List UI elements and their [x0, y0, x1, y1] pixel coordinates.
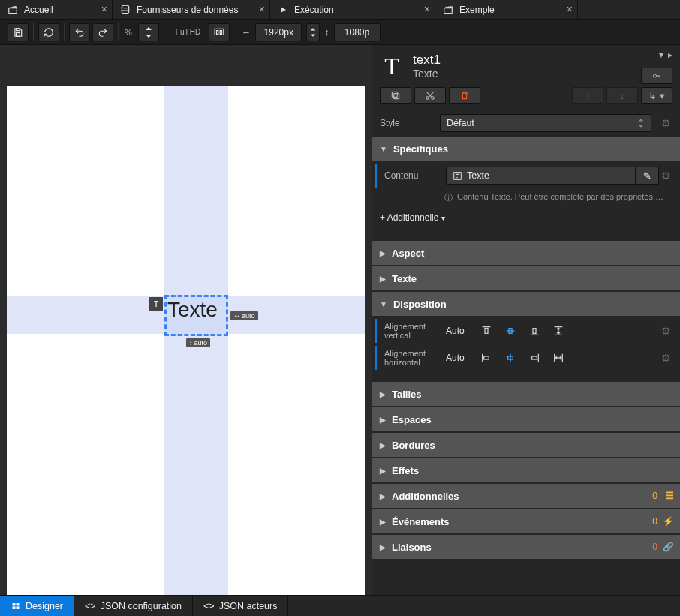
valign-bottom-icon[interactable]: [526, 323, 543, 338]
svg-rect-0: [9, 8, 17, 13]
toolbar: % Full HD ↔ ↕: [0, 20, 680, 45]
section-texte[interactable]: ▶Texte: [372, 266, 680, 290]
section-evenements[interactable]: ▶ Événements 0 ⚡: [372, 509, 680, 533]
section-count: 0: [652, 516, 657, 527]
svg-rect-20: [13, 606, 16, 609]
contenu-hint: ⓘ Contenu Texte. Peut être complété par …: [372, 189, 680, 206]
height-input[interactable]: [334, 23, 381, 41]
tab-label: Exécution: [294, 5, 334, 15]
footer-tab-json-config[interactable]: <> JSON configuration: [74, 596, 193, 616]
halign-right-icon[interactable]: [526, 350, 543, 365]
valign-stretch-icon[interactable]: [550, 323, 567, 338]
canvas-inner: T Texte ↔auto ↕auto: [7, 86, 365, 595]
width-input[interactable]: [255, 23, 302, 41]
redo-button[interactable]: [92, 23, 113, 41]
svg-rect-19: [17, 603, 20, 606]
tab-execution[interactable]: Exécution ×: [270, 0, 435, 19]
svg-point-1: [122, 5, 128, 8]
panel-menu-icon[interactable]: ▾: [659, 50, 663, 60]
close-icon[interactable]: ×: [101, 4, 107, 14]
delete-button[interactable]: [449, 87, 480, 104]
code-icon: <>: [85, 601, 96, 611]
key-button[interactable]: [641, 68, 672, 84]
svg-rect-15: [483, 356, 489, 359]
tab-fournisseurs[interactable]: Fournisseurs de données ×: [113, 0, 270, 19]
section-disposition[interactable]: ▼ Disposition: [372, 292, 680, 316]
move-down-button[interactable]: ↓: [606, 87, 638, 104]
close-icon[interactable]: ×: [424, 4, 430, 14]
gear-icon[interactable]: ⚙: [659, 117, 672, 129]
percent-label: %: [125, 28, 132, 37]
section-liaisons[interactable]: ▶ Liaisons 0 🔗: [372, 535, 680, 559]
footer-tab-designer[interactable]: Designer: [0, 596, 74, 616]
link-icon: 🔗: [663, 542, 674, 552]
resolution-label: Full HD: [176, 23, 204, 41]
svg-rect-17: [531, 356, 537, 359]
zoom-stepper[interactable]: [138, 23, 159, 41]
auto-label: Auto: [446, 353, 465, 363]
tab-exemple[interactable]: Exemple ×: [435, 0, 578, 19]
selected-text-content[interactable]: Texte: [167, 298, 218, 322]
resolution-button[interactable]: [209, 23, 230, 41]
panel-next-icon[interactable]: ▸: [668, 50, 672, 60]
gear-icon[interactable]: ⚙: [659, 325, 672, 337]
prop-label: Contenu: [384, 170, 446, 181]
svg-rect-2: [444, 8, 453, 13]
clapper-icon: [443, 5, 453, 15]
canvas-pane[interactable]: T Texte ↔auto ↕auto: [0, 45, 372, 595]
app-tabs: Accueil × Fournisseurs de données × Exéc…: [0, 0, 680, 20]
prop-label: Alignement horizontal: [384, 349, 446, 367]
section-aspect[interactable]: ▶Aspect: [372, 241, 680, 265]
close-icon[interactable]: ×: [259, 4, 265, 14]
section-bordures[interactable]: ▶Bordures: [372, 433, 680, 457]
tab-label: Accueil: [24, 5, 53, 15]
gear-icon[interactable]: ⚙: [659, 170, 672, 182]
valign-top-icon[interactable]: [478, 323, 495, 338]
undo-button[interactable]: [69, 23, 90, 41]
section-additionnelles[interactable]: ▶ Additionnelles 0 ☰: [372, 484, 680, 508]
width-stepper[interactable]: [306, 23, 320, 41]
svg-rect-18: [13, 603, 16, 606]
valign-options: Auto: [446, 323, 567, 338]
footer-tab-json-actors[interactable]: <> JSON acteurs: [193, 596, 288, 616]
height-handle[interactable]: ↕auto: [186, 338, 210, 347]
svg-rect-5: [215, 29, 224, 35]
tab-label: Fournisseurs de données: [137, 5, 238, 15]
section-effets[interactable]: ▶Effets: [372, 458, 680, 482]
play-icon: [278, 5, 288, 15]
section-title: Bordures: [392, 440, 435, 451]
section-title: Espaces: [392, 414, 432, 425]
section-specifiques[interactable]: ▼ Spécifiques: [372, 137, 680, 161]
gear-icon[interactable]: ⚙: [659, 352, 672, 364]
list-icon: ☰: [666, 491, 674, 501]
close-icon[interactable]: ×: [567, 4, 573, 14]
svg-point-9: [426, 97, 429, 100]
add-additional-prop[interactable]: + Additionnelle ▾: [372, 206, 680, 229]
svg-rect-21: [17, 606, 20, 609]
width-handle[interactable]: ↔auto: [230, 311, 258, 320]
contenu-value-area[interactable]: Texte: [447, 167, 636, 184]
section-tailles[interactable]: ▶Tailles: [372, 382, 680, 406]
more-actions-button[interactable]: ↳ ▾: [641, 87, 672, 104]
code-icon: <>: [203, 601, 215, 611]
element-name: text1: [413, 53, 441, 68]
prop-contenu: Contenu Texte ✎ ⚙: [375, 164, 680, 188]
action-row: ↑ ↓ ↳ ▾: [372, 84, 680, 110]
cut-button[interactable]: [414, 87, 446, 104]
halign-left-icon[interactable]: [478, 350, 495, 365]
copy-button[interactable]: [380, 87, 411, 104]
move-up-button[interactable]: ↑: [572, 87, 603, 104]
chevron-right-icon: ▶: [380, 249, 386, 257]
section-espaces[interactable]: ▶Espaces: [372, 407, 680, 431]
chevron-right-icon: ▶: [380, 275, 386, 283]
tab-accueil[interactable]: Accueil ×: [0, 0, 113, 19]
text-type-badge: T: [149, 297, 163, 311]
halign-center-icon[interactable]: [502, 350, 519, 365]
refresh-button[interactable]: [38, 23, 59, 41]
halign-stretch-icon[interactable]: [550, 350, 567, 365]
prop-label: Alignement vertical: [384, 322, 446, 340]
valign-middle-icon[interactable]: [502, 323, 519, 338]
save-button[interactable]: [8, 23, 29, 41]
edit-contenu-button[interactable]: ✎: [636, 167, 658, 184]
style-select[interactable]: Défaut: [440, 114, 651, 132]
